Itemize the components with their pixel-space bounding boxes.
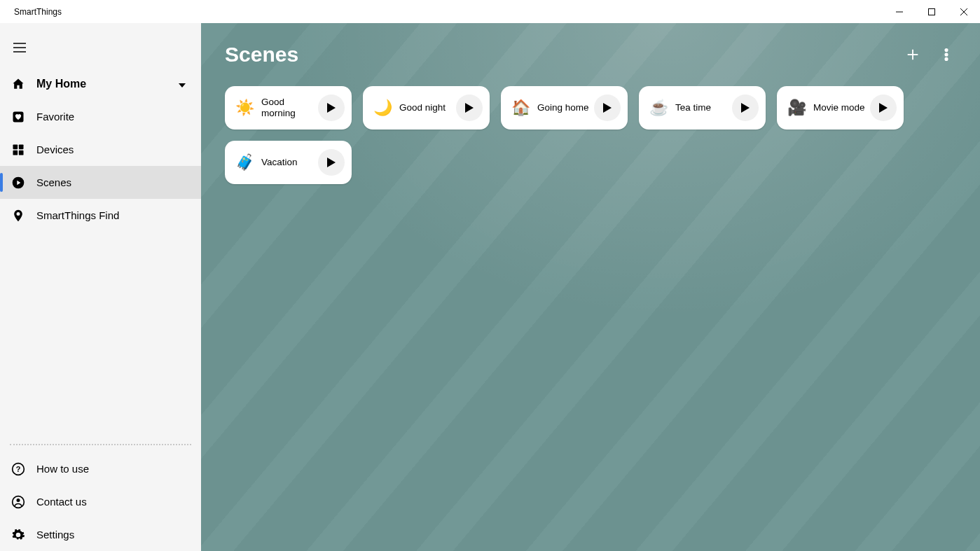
close-button[interactable]	[948, 0, 980, 23]
sidebar-item-label: Favorite	[36, 111, 74, 123]
play-icon	[327, 103, 336, 113]
run-scene-button[interactable]	[594, 95, 621, 121]
main-content: Scenes ☀️Good morning🌙Good night🏠Going h…	[201, 23, 980, 551]
sidebar-item-my-home[interactable]: My Home	[0, 67, 201, 100]
sidebar-item-label: Settings	[36, 529, 74, 540]
sidebar-item-contact-us[interactable]: Contact us	[0, 485, 201, 518]
scene-icon: ☕	[647, 99, 670, 117]
close-icon	[960, 8, 967, 15]
sidebar-item-label: My Home	[36, 78, 86, 90]
scene-icon: 🏠	[509, 99, 532, 117]
svg-rect-1	[929, 8, 935, 15]
scene-card[interactable]: ☀️Good morning	[225, 86, 352, 130]
heart-icon	[10, 109, 27, 125]
maximize-icon	[928, 8, 935, 15]
play-icon	[465, 103, 474, 113]
headset-icon	[10, 494, 27, 510]
run-scene-button[interactable]	[456, 95, 483, 121]
plus-icon	[905, 47, 920, 62]
scene-icon: 🎥	[785, 99, 808, 117]
svg-point-20	[945, 53, 947, 55]
scene-icon: 🧳	[233, 153, 256, 172]
svg-rect-10	[13, 150, 18, 155]
kebab-icon	[939, 47, 954, 62]
sidebar-item-label: Devices	[36, 144, 74, 155]
window-controls	[883, 0, 980, 23]
run-scene-button[interactable]	[318, 95, 345, 121]
scene-card[interactable]: 🧳Vacation	[225, 141, 352, 184]
scene-card[interactable]: ☕Tea time	[639, 86, 766, 130]
menu-icon	[13, 43, 26, 53]
sidebar-item-favorite[interactable]: Favorite	[0, 100, 201, 133]
scene-icon: ☀️	[233, 99, 256, 117]
grid-icon	[10, 141, 27, 158]
play-icon	[741, 103, 750, 113]
maximize-button[interactable]	[916, 0, 948, 23]
hamburger-button[interactable]	[3, 34, 36, 62]
scene-card[interactable]: 🎥Movie mode	[777, 86, 904, 130]
more-options-button[interactable]	[937, 45, 956, 64]
play-icon	[603, 103, 612, 113]
sidebar-item-how-to-use[interactable]: ? How to use	[0, 452, 201, 485]
sidebar-item-label: SmartThings Find	[36, 209, 119, 221]
run-scene-button[interactable]	[732, 95, 759, 121]
scene-label: Good morning	[261, 97, 317, 119]
scene-card[interactable]: 🏠Going home	[501, 86, 628, 130]
play-icon	[327, 158, 336, 167]
sidebar-item-smartthings-find[interactable]: SmartThings Find	[0, 199, 201, 232]
page-title: Scenes	[225, 43, 298, 67]
scene-icon: 🌙	[371, 99, 394, 117]
svg-rect-9	[19, 144, 24, 149]
scene-label: Tea time	[675, 102, 711, 113]
minimize-icon	[896, 8, 903, 15]
svg-point-19	[945, 49, 947, 51]
scene-label: Good night	[399, 102, 446, 113]
svg-point-21	[945, 58, 947, 60]
scene-label: Vacation	[261, 157, 298, 168]
sidebar-item-devices[interactable]: Devices	[0, 133, 201, 166]
svg-rect-8	[13, 144, 18, 149]
window-titlebar: SmartThings	[0, 0, 980, 23]
scene-label: Going home	[537, 102, 589, 113]
scene-card[interactable]: 🌙Good night	[363, 86, 490, 130]
svg-rect-11	[19, 150, 24, 155]
minimize-button[interactable]	[883, 0, 916, 23]
sidebar-divider	[10, 444, 191, 445]
home-icon	[10, 76, 27, 92]
play-circle-icon	[10, 174, 27, 191]
svg-point-16	[17, 498, 20, 502]
sidebar-item-label: How to use	[36, 463, 89, 475]
run-scene-button[interactable]	[870, 95, 897, 121]
sidebar: My Home Favorite Devices Scenes	[0, 23, 201, 551]
location-search-icon	[10, 207, 27, 224]
run-scene-button[interactable]	[318, 149, 345, 176]
gear-icon	[10, 526, 27, 543]
add-scene-button[interactable]	[903, 45, 923, 64]
sidebar-item-label: Scenes	[36, 176, 71, 188]
svg-text:?: ?	[16, 465, 21, 473]
page-header: Scenes	[225, 43, 956, 67]
sidebar-item-scenes[interactable]: Scenes	[0, 166, 201, 199]
scenes-grid: ☀️Good morning🌙Good night🏠Going home☕Tea…	[225, 86, 956, 184]
play-icon	[879, 103, 888, 113]
app-title: SmartThings	[14, 7, 62, 17]
scene-label: Movie mode	[813, 102, 865, 113]
sidebar-item-label: Contact us	[36, 496, 87, 508]
sidebar-item-settings[interactable]: Settings	[0, 518, 201, 551]
chevron-down-icon	[179, 78, 186, 90]
help-icon: ?	[10, 461, 27, 477]
